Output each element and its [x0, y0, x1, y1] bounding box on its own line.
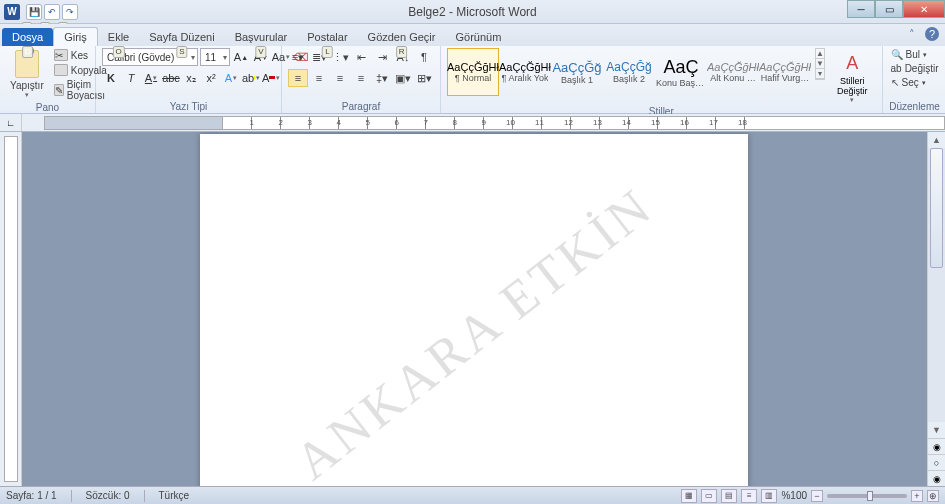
zoom-slider[interactable] — [827, 494, 907, 498]
justify-button[interactable]: ≡ — [351, 69, 371, 87]
style-s-sub[interactable]: AaÇçĞğHłAlt Konu … — [707, 48, 759, 96]
tab-insert[interactable]: EkleO — [98, 28, 139, 46]
style-s-nosp[interactable]: AaÇçĞğHł¶ Aralık Yok — [499, 48, 551, 96]
outdent-button[interactable]: ⇤ — [351, 48, 371, 66]
subscript-button[interactable]: x₂ — [182, 69, 200, 87]
document-viewport[interactable]: ANKARA ETKİN — [22, 132, 927, 486]
indent-button[interactable]: ⇥ — [372, 48, 392, 66]
style-s-normal[interactable]: AaÇçĞğHł¶ Normal — [447, 48, 499, 96]
minimize-ribbon-icon[interactable]: ˄ — [905, 27, 919, 41]
view-fullscreen[interactable]: ▭ — [701, 489, 717, 503]
grow-font-button[interactable]: A▲ — [232, 48, 250, 66]
vertical-ruler[interactable] — [0, 132, 22, 486]
status-page[interactable]: Sayfa: 1 / 1 — [6, 490, 57, 501]
status-bar: Sayfa: 1 / 1 Sözcük: 0 Türkçe ▦ ▭ ▤ ≡ ▥ … — [0, 486, 945, 504]
view-print-layout[interactable]: ▦ — [681, 489, 697, 503]
group-label-paragraph: Paragraf — [288, 101, 434, 113]
view-draft[interactable]: ▥ — [761, 489, 777, 503]
zoom-in-button[interactable]: + — [911, 490, 923, 502]
prev-page-button[interactable]: ◉ — [928, 438, 945, 454]
find-button[interactable]: 🔍Bul▾ — [889, 48, 941, 61]
view-web[interactable]: ▤ — [721, 489, 737, 503]
paste-label: Yapıştır — [10, 80, 44, 91]
maximize-button[interactable]: ▭ — [875, 0, 903, 18]
tab-file[interactable]: DosyaD — [2, 28, 53, 46]
font-size-combo[interactable]: 11 — [200, 48, 230, 66]
styles-scroll[interactable]: ▲▼▾ — [815, 48, 825, 80]
binoculars-icon: 🔍 — [891, 49, 903, 60]
italic-button[interactable]: T — [122, 69, 140, 87]
keytip: S — [176, 46, 187, 58]
browse-object-button[interactable]: ○ — [928, 454, 945, 470]
zoom-out-button[interactable]: − — [811, 490, 823, 502]
scissors-icon: ✂ — [54, 49, 68, 61]
tab-view[interactable]: Görünüm — [445, 28, 511, 46]
group-label-font: Yazı Tipi — [102, 101, 275, 113]
style-name: Hafif Vurg… — [761, 73, 810, 83]
page[interactable]: ANKARA ETKİN — [200, 134, 748, 486]
bullets-button[interactable]: ≡▾ — [288, 48, 308, 66]
align-center-button[interactable]: ≡ — [309, 69, 329, 87]
select-label: Seç — [902, 77, 919, 88]
style-preview: AaÇçĞğHł — [447, 61, 499, 73]
show-marks-button[interactable]: ¶ — [414, 48, 434, 66]
style-name: ¶ Normal — [455, 73, 491, 83]
style-s-h2[interactable]: AaÇçĞğBaşlık 2 — [603, 48, 655, 96]
scroll-up-button[interactable]: ▲ — [928, 132, 945, 148]
tab-pagelayout[interactable]: Sayfa DüzeniS — [139, 28, 224, 46]
tab-home-label: Giriş — [64, 31, 87, 43]
group-label-editing: Düzenleme — [889, 101, 941, 113]
bold-button[interactable]: K — [102, 69, 120, 87]
align-right-button[interactable]: ≡ — [330, 69, 350, 87]
horizontal-ruler[interactable]: 123456789101112131415161718 — [22, 114, 945, 131]
tab-references[interactable]: BaşvurularV — [225, 28, 298, 46]
superscript-button[interactable]: x² — [202, 69, 220, 87]
ribbon-tabs: DosyaD Giriş EkleO Sayfa DüzeniS Başvuru… — [0, 24, 945, 46]
shading-button[interactable]: ▣▾ — [393, 69, 413, 87]
zoom-thumb[interactable] — [867, 491, 873, 501]
qat-undo[interactable]: ↶ — [44, 4, 60, 20]
brush-icon: ✎ — [54, 84, 64, 96]
tab-selector[interactable]: ∟ — [0, 114, 22, 131]
borders-button[interactable]: ⊞▾ — [414, 69, 434, 87]
style-s-emph[interactable]: AaÇçĞğHłHafif Vurg… — [759, 48, 811, 96]
tab-mailings[interactable]: PostalarL — [297, 28, 357, 46]
tab-home[interactable]: Giriş — [53, 27, 98, 46]
help-icon[interactable]: ? — [925, 27, 939, 41]
tab-label: Görünüm — [455, 31, 501, 43]
tab-review[interactable]: Gözden GeçirR — [358, 28, 446, 46]
scroll-down-button[interactable]: ▼ — [928, 422, 945, 438]
tab-label: Başvurular — [235, 31, 288, 43]
replace-button[interactable]: abDeğiştir — [889, 62, 941, 75]
line-spacing-button[interactable]: ‡▾ — [372, 69, 392, 87]
zoom-level[interactable]: %100 — [781, 490, 807, 501]
change-styles-button[interactable]: A Stilleri Değiştir ▾ — [829, 48, 876, 106]
strike-button[interactable]: abc — [162, 69, 180, 87]
status-lang[interactable]: Türkçe — [159, 490, 190, 501]
status-words[interactable]: Sözcük: 0 — [86, 490, 130, 501]
select-button[interactable]: ↖Seç▾ — [889, 76, 941, 89]
qat-save[interactable]: 💾 — [26, 4, 42, 20]
style-preview: AaÇçĞğHł — [707, 61, 759, 73]
view-outline[interactable]: ≡ — [741, 489, 757, 503]
underline-button[interactable]: A — [142, 69, 160, 87]
font-size-value: 11 — [205, 52, 216, 63]
close-button[interactable]: ✕ — [903, 0, 945, 18]
highlight-button[interactable]: ab — [242, 69, 260, 87]
style-preview: AaÇ — [663, 57, 698, 78]
minimize-button[interactable]: ─ — [847, 0, 875, 18]
font-color-button[interactable]: A — [262, 69, 280, 87]
style-s-h1[interactable]: AaÇçĞğBaşlık 1 — [551, 48, 603, 96]
multilevel-button[interactable]: ⋮▾ — [330, 48, 350, 66]
next-page-button[interactable]: ◉ — [928, 470, 945, 486]
style-name: Başlık 1 — [561, 75, 593, 85]
qat-redo[interactable]: ↷ — [62, 4, 78, 20]
align-left-button[interactable]: ≡ — [288, 69, 308, 87]
scroll-thumb[interactable] — [930, 148, 943, 268]
text-effects-button[interactable]: A — [222, 69, 240, 87]
zoom-fit-button[interactable]: ⊕ — [927, 490, 939, 502]
replace-label: Değiştir — [905, 63, 939, 74]
style-s-title[interactable]: AaÇKonu Başl… — [655, 48, 707, 96]
group-label-clipboard: Pano — [6, 102, 89, 114]
vertical-scrollbar[interactable]: ▲ ▼ ◉ ○ ◉ — [927, 132, 945, 486]
